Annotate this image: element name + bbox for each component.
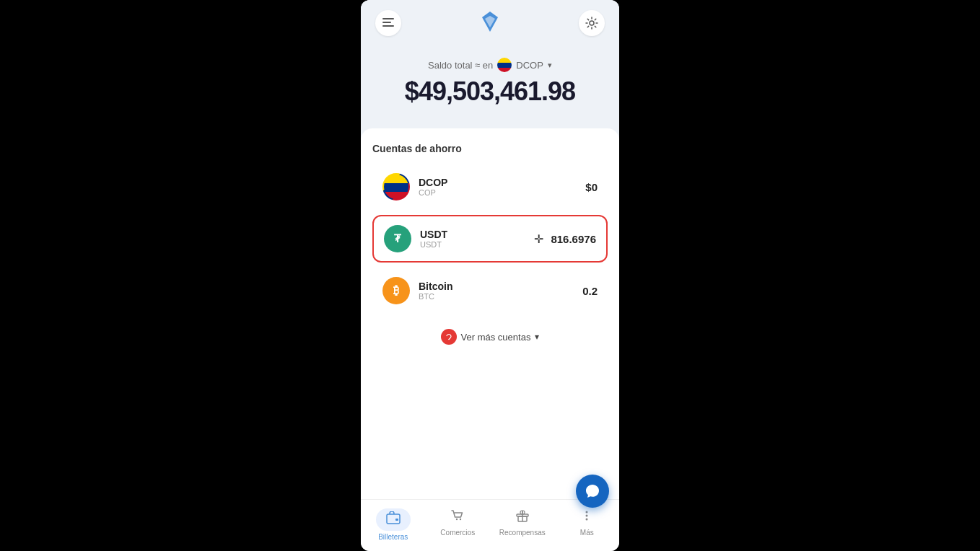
nav-label-billeteras: Billeteras [378, 533, 408, 541]
logo-icon [482, 12, 498, 35]
svg-point-14 [586, 519, 588, 521]
btc-balance: 0.2 [582, 285, 598, 297]
svg-point-8 [456, 519, 458, 520]
svg-point-5 [448, 339, 449, 340]
bottom-nav: Billeteras Comercios [361, 499, 619, 551]
phone-container: Saldo total ≈ en DCOP ▾ $49,503,461.98 C… [361, 0, 619, 551]
top-bar [361, 0, 619, 43]
btc-sub: BTC [419, 292, 582, 301]
dcop-sub: COP [419, 188, 585, 197]
see-more-label: Ver más cuentas [461, 332, 531, 343]
account-row-btc[interactable]: ₿ Bitcoin BTC 0.2 [372, 268, 608, 313]
svg-rect-7 [395, 519, 398, 521]
chat-fab-button[interactable] [576, 475, 609, 508]
btc-name: Bitcoin [419, 281, 582, 292]
nav-label-comercios: Comercios [440, 529, 475, 537]
svg-point-3 [590, 21, 594, 25]
svg-rect-2 [382, 25, 394, 27]
cart-icon [450, 508, 465, 526]
dots-icon [579, 508, 594, 526]
nav-item-comercios[interactable]: Comercios [426, 506, 491, 544]
dcop-balance: $0 [585, 181, 598, 193]
colombia-flag [497, 58, 512, 72]
dcop-info: DCOP COP [419, 177, 585, 197]
usdt-info: USDT USDT [420, 229, 527, 249]
svg-rect-0 [382, 18, 394, 19]
see-more-button[interactable]: Ver más cuentas ▾ [372, 319, 608, 355]
usdt-name: USDT [420, 229, 527, 240]
svg-rect-1 [382, 22, 391, 23]
account-row-usdt[interactable]: ₮ USDT USDT ✛ 816.6976 [372, 215, 608, 263]
settings-button[interactable] [579, 10, 605, 36]
usdt-icon: ₮ [384, 225, 411, 252]
dcop-name: DCOP [419, 177, 585, 188]
svg-point-13 [586, 515, 588, 517]
nav-item-more[interactable]: Más [555, 506, 620, 544]
nav-label-more: Más [580, 529, 594, 537]
nav-active-bg [376, 508, 411, 531]
wallet-icon [386, 511, 401, 528]
accounts-title: Cuentas de ahorro [372, 143, 608, 154]
currency-label: DCOP [516, 60, 543, 71]
nav-label-recompensas: Recompensas [499, 529, 546, 537]
menu-button[interactable] [375, 10, 401, 36]
nav-item-billeteras[interactable]: Billeteras [361, 506, 426, 544]
btc-icon: ₿ [382, 277, 410, 304]
see-more-chevron: ▾ [535, 332, 539, 342]
nav-item-recompensas[interactable]: Recompensas [490, 506, 555, 544]
see-more-icon [441, 329, 457, 345]
currency-sign: $ [405, 76, 419, 106]
balance-label-text: Saldo total ≈ en [428, 60, 493, 71]
btc-info: Bitcoin BTC [419, 281, 582, 301]
dcop-icon [382, 173, 410, 200]
balance-value: 49,503,461.98 [419, 76, 575, 106]
balance-label[interactable]: Saldo total ≈ en DCOP ▾ [375, 58, 605, 72]
svg-point-9 [460, 519, 461, 520]
account-row-dcop[interactable]: DCOP COP $0 [372, 164, 608, 209]
chevron-down-icon: ▾ [548, 61, 552, 70]
move-icon: ✛ [534, 232, 543, 246]
balance-section: Saldo total ≈ en DCOP ▾ $49,503,461.98 [361, 43, 619, 128]
svg-point-12 [586, 511, 588, 513]
balance-amount: $49,503,461.98 [375, 76, 605, 107]
usdt-sub: USDT [420, 240, 527, 249]
gift-icon [515, 508, 530, 526]
usdt-balance: 816.6976 [551, 233, 596, 245]
accounts-section: Cuentas de ahorro DCOP COP $0 ₮ USD [361, 128, 619, 499]
